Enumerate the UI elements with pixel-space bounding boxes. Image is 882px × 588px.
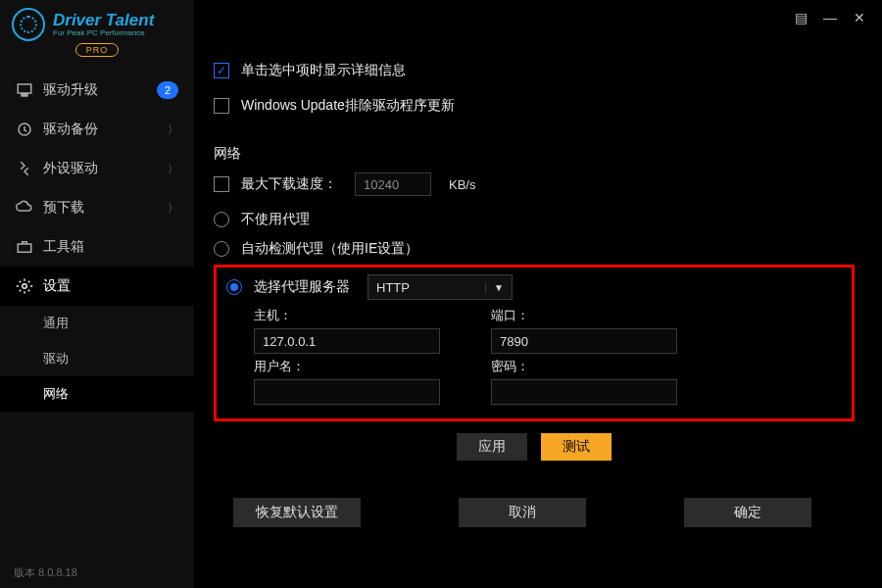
user-label: 用户名： bbox=[254, 358, 450, 375]
port-label: 端口： bbox=[491, 307, 687, 324]
checkbox-show-detail[interactable] bbox=[214, 63, 229, 78]
port-input[interactable] bbox=[491, 328, 677, 354]
toolbox-icon bbox=[16, 238, 33, 256]
sidebar-subitem-driver[interactable]: 驱动 bbox=[0, 341, 194, 376]
user-input[interactable] bbox=[254, 379, 440, 405]
clock-icon bbox=[16, 121, 33, 138]
sidebar-subitem-label: 网络 bbox=[43, 385, 69, 403]
sidebar-item-settings[interactable]: 设置 bbox=[0, 267, 194, 306]
chevron-right-icon: 〉 bbox=[168, 122, 178, 137]
checkbox-label: 单击选中项时显示详细信息 bbox=[241, 62, 406, 79]
checkbox-wu-exclude[interactable] bbox=[214, 98, 229, 114]
apply-button[interactable]: 应用 bbox=[457, 433, 527, 461]
host-label: 主机： bbox=[254, 307, 450, 324]
max-speed-input[interactable] bbox=[355, 172, 431, 196]
speed-unit: KB/s bbox=[449, 177, 475, 192]
chevron-right-icon: 〉 bbox=[168, 201, 178, 216]
max-speed-label: 最大下载速度： bbox=[241, 175, 337, 193]
svg-point-2 bbox=[23, 284, 27, 289]
sidebar-subitem-label: 通用 bbox=[43, 315, 69, 332]
radio-label: 自动检测代理（使用IE设置） bbox=[241, 240, 418, 258]
sidebar-item-toolbox[interactable]: 工具箱 bbox=[0, 227, 194, 267]
monitor-icon bbox=[16, 81, 33, 99]
ok-button[interactable]: 确定 bbox=[684, 498, 811, 527]
cloud-download-icon bbox=[16, 199, 33, 217]
sidebar-item-driver-backup[interactable]: 驱动备份 〉 bbox=[0, 110, 194, 149]
sidebar-item-label: 驱动备份 bbox=[43, 121, 158, 138]
app-title: Driver Talent bbox=[53, 12, 154, 28]
badge-count: 2 bbox=[157, 81, 178, 99]
radio-label: 选择代理服务器 bbox=[254, 278, 350, 296]
proxy-type-select[interactable]: HTTP ▼ bbox=[368, 274, 513, 300]
sidebar: Driver Talent For Peak PC Performance PR… bbox=[0, 0, 194, 588]
app-logo-icon bbox=[12, 8, 45, 41]
chevron-down-icon: ▼ bbox=[485, 282, 504, 293]
sidebar-item-predownload[interactable]: 预下载 〉 bbox=[0, 188, 194, 227]
svg-rect-1 bbox=[18, 244, 31, 252]
sidebar-item-driver-upgrade[interactable]: 驱动升级 2 bbox=[0, 71, 194, 110]
minimize-button[interactable]: — bbox=[815, 3, 845, 32]
close-button[interactable]: ✕ bbox=[845, 3, 874, 32]
radio-label: 不使用代理 bbox=[241, 211, 310, 228]
version-label: 版本 8.0.8.18 bbox=[0, 557, 194, 588]
sidebar-subitem-general[interactable]: 通用 bbox=[0, 306, 194, 341]
sidebar-item-label: 工具箱 bbox=[43, 238, 178, 256]
pro-badge: PRO bbox=[75, 43, 120, 57]
radio-proxy-none[interactable] bbox=[214, 212, 229, 227]
section-title-network: 网络 bbox=[214, 145, 855, 163]
checkbox-label: Windows Update排除驱动程序更新 bbox=[241, 97, 455, 115]
usb-icon bbox=[16, 160, 33, 177]
manual-proxy-box: 选择代理服务器 HTTP ▼ 主机： 端口： 用户名： bbox=[214, 265, 855, 421]
checkbox-max-speed[interactable] bbox=[214, 176, 229, 192]
pass-input[interactable] bbox=[491, 379, 677, 405]
gear-icon bbox=[16, 277, 33, 295]
sidebar-item-label: 预下载 bbox=[43, 199, 158, 217]
nav: 驱动升级 2 驱动备份 〉 外设驱动 〉 预下载 〉 工具箱 bbox=[0, 71, 194, 557]
radio-proxy-auto[interactable] bbox=[214, 241, 229, 257]
logo: Driver Talent For Peak PC Performance PR… bbox=[0, 0, 194, 59]
main-panel: ▤ — ✕ 单击选中项时显示详细信息 Windows Update排除驱动程序更… bbox=[194, 0, 882, 588]
chevron-right-icon: 〉 bbox=[168, 162, 178, 176]
menu-icon[interactable]: ▤ bbox=[786, 3, 815, 32]
app-subtitle: For Peak PC Performance bbox=[53, 28, 154, 38]
sidebar-item-label: 驱动升级 bbox=[43, 81, 147, 99]
sidebar-item-label: 设置 bbox=[43, 277, 178, 295]
restore-defaults-button[interactable]: 恢复默认设置 bbox=[233, 498, 361, 527]
cancel-button[interactable]: 取消 bbox=[459, 498, 586, 527]
sidebar-item-label: 外设驱动 bbox=[43, 160, 158, 177]
host-input[interactable] bbox=[254, 328, 440, 354]
proxy-type-value: HTTP bbox=[376, 280, 410, 295]
pass-label: 密码： bbox=[491, 358, 687, 375]
test-button[interactable]: 测试 bbox=[541, 433, 612, 461]
sidebar-subitem-network[interactable]: 网络 bbox=[0, 376, 194, 412]
sidebar-item-peripheral[interactable]: 外设驱动 〉 bbox=[0, 149, 194, 188]
titlebar: ▤ — ✕ bbox=[778, 0, 882, 35]
sidebar-subitem-label: 驱动 bbox=[43, 350, 69, 368]
radio-proxy-manual[interactable] bbox=[226, 279, 242, 295]
